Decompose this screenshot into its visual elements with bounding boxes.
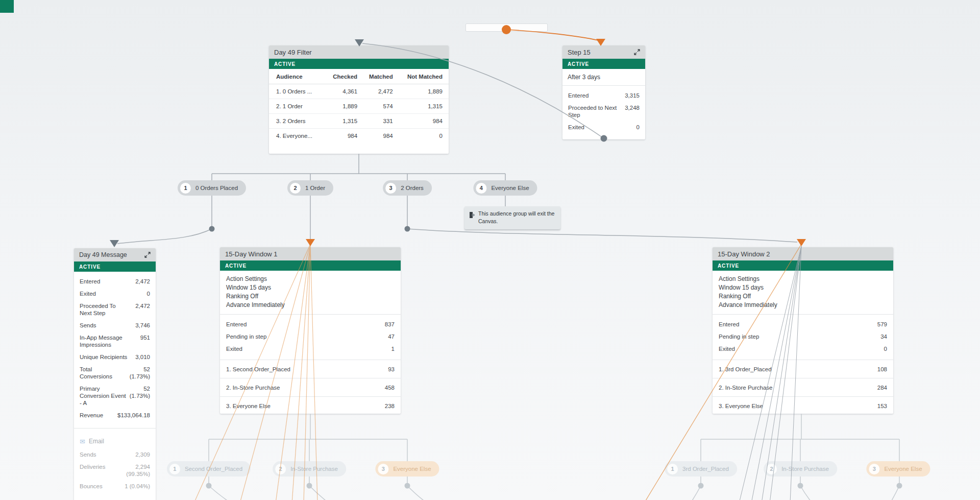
status-badge: ACTIVE (562, 59, 645, 69)
next-audience-pill-second-order: 1Second Order_Placed (167, 461, 251, 477)
next-audience-pill-everyone-else: 3Everyone Else (375, 461, 439, 477)
action-settings: Action Settings Window 15 days Ranking O… (220, 271, 401, 315)
stat-row: In-App Message Impressions951 (80, 334, 150, 348)
stat-row: Pending in step34 (719, 333, 887, 340)
col-header: Not Matched (396, 69, 449, 84)
stat-row: Proceeded to Next Step3,248 (568, 104, 640, 118)
stat-row: Sends3,746 (80, 322, 150, 329)
next-audience-pill-instore: 2In-Store Purchase (273, 461, 346, 477)
col-header: Matched (360, 69, 396, 84)
canvas-workspace[interactable]: Day 49 Filter ACTIVE Audience Checked Ma… (0, 0, 980, 500)
card-title: Step 15 (568, 49, 591, 56)
audience-pill-0-orders: 1 0 Orders Placed (178, 180, 246, 196)
node-15day-window-1[interactable]: 15-Day Window 1 ACTIVE Action Settings W… (220, 247, 401, 414)
next-audience-pill-instore-2: 2In-Store Purchase (764, 461, 837, 477)
audience-result-row: 1. Second Order_Placed93 (220, 360, 401, 378)
action-settings: Action Settings Window 15 days Ranking O… (713, 271, 893, 315)
audience-pill-1-order: 2 1 Order (287, 180, 333, 196)
stat-row: Unique Recipients3,010 (80, 353, 150, 361)
stat-row: Primary Conversion Event - A52 (1.73%) (80, 385, 150, 407)
stat-row: Total Conversions52 (1.73%) (80, 366, 150, 380)
node-day49-message[interactable]: Day 49 Message ACTIVE Entered2,472 Exite… (74, 248, 156, 500)
stat-row: Entered579 (719, 321, 887, 328)
audience-result-row: 2. In-Store Purchase458 (220, 378, 401, 396)
table-row: 1. 0 Orders ... 4,361 2,472 1,889 (269, 84, 449, 99)
stat-row: Exited0 (719, 345, 887, 352)
table-row: 4. Everyone... 984 984 0 (269, 129, 449, 144)
next-audience-pill-3rd-order: 13rd Order_Placed (665, 461, 737, 477)
audience-result-row: 1. 3rd Order_Placed108 (713, 360, 893, 378)
stat-row: Entered3,315 (568, 92, 640, 99)
email-channel-section: ✉ Email Sends2,309 Deliveries2,294 (99.3… (74, 428, 156, 499)
card-title: 15-Day Window 1 (225, 250, 278, 258)
node-15day-window-2[interactable]: 15-Day Window 2 ACTIVE Action Settings W… (713, 247, 893, 414)
exit-tooltip: This audience group will exit the Canvas… (464, 206, 560, 229)
card-title: Day 49 Filter (274, 49, 312, 56)
stat-row: Exited0 (80, 290, 150, 297)
channel-title: Email (89, 438, 104, 445)
stat-row: Proceeded To Next Step2,472 (80, 302, 150, 317)
audience-result-row: 3. Everyone Else153 (713, 396, 893, 414)
email-icon: ✉ (80, 438, 85, 445)
node-day49-filter[interactable]: Day 49 Filter ACTIVE Audience Checked Ma… (269, 45, 449, 154)
delay-label: After 3 days (562, 69, 645, 86)
filter-audience-table: Audience Checked Matched Not Matched 1. … (269, 69, 449, 143)
card-title: 15-Day Window 2 (718, 250, 770, 258)
audience-pill-2-orders: 3 2 Orders (383, 180, 432, 196)
status-badge: ACTIVE (269, 59, 449, 69)
stat-row: Entered837 (226, 321, 395, 328)
table-row: 2. 1 Order 1,889 574 1,315 (269, 99, 449, 114)
status-badge: ACTIVE (220, 260, 401, 271)
audience-pill-everyone-else: 4 Everyone Else (473, 180, 537, 196)
status-badge: ACTIVE (713, 260, 893, 271)
audience-result-row: 2. In-Store Purchase284 (713, 378, 893, 396)
stat-row: Pending in step47 (226, 333, 395, 340)
card-title: Day 49 Message (79, 251, 127, 258)
expand-icon[interactable] (144, 252, 151, 258)
stat-row: Exited1 (226, 345, 395, 352)
node-step-15[interactable]: Step 15 ACTIVE After 3 days Entered3,315… (562, 45, 645, 139)
stat-row: Revenue$133,064.18 (80, 412, 150, 419)
next-audience-pill-everyone-else-2: 3Everyone Else (866, 461, 930, 477)
corner-accent (0, 0, 14, 13)
exit-icon (469, 211, 475, 219)
stat-row: Entered2,472 (80, 278, 150, 285)
table-row: 3. 2 Orders 1,315 331 984 (269, 114, 449, 129)
col-header: Audience (269, 69, 324, 84)
offscreen-card-edge (465, 23, 548, 32)
col-header: Checked (324, 69, 360, 84)
expand-icon[interactable] (634, 49, 640, 55)
status-badge: ACTIVE (74, 261, 156, 272)
stat-row: Deliveries2,294 (99.35%) (80, 463, 150, 478)
stat-row: Exited0 (568, 124, 640, 131)
stat-row: Bounces1 (0.04%) (80, 483, 150, 490)
stat-row: Sends2,309 (80, 451, 150, 458)
audience-result-row: 3. Everyone Else238 (220, 396, 401, 414)
